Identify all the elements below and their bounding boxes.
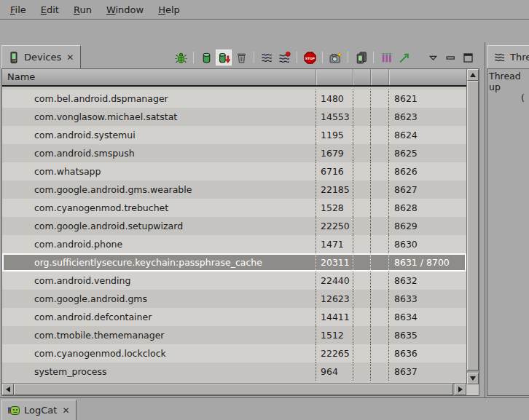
table-row-selected[interactable]: org.sufficientlysecure.keychain:passphra… [2,253,466,272]
menu-file[interactable]: File [3,2,34,17]
stop-process-icon[interactable]: STOP [302,49,318,66]
cell-port: 8624 [388,126,466,144]
tab-devices-close-icon[interactable]: ✕ [66,52,74,63]
table-row[interactable]: com.android.smspush16798625 [2,144,466,162]
threads-message-line2: ( [489,92,529,103]
cell-pid: 964 [316,362,353,381]
toolbar-separator [322,52,323,63]
cell-name: com.vonglasow.michael.satstat [2,108,316,126]
scroll-left-button[interactable] [2,384,14,395]
horizontal-scroll-thumb[interactable] [14,384,453,395]
tab-threads-label: Threads [510,52,529,63]
cell-pid: 22440 [316,272,353,290]
scroll-right-button[interactable] [455,384,466,395]
cell-pid: 22185 [316,181,353,199]
column-header-name[interactable]: Name [2,69,316,85]
opengl-trace-icon[interactable] [396,49,412,66]
table-row[interactable]: com.android.systemui11958624 [2,126,466,144]
column-header-port[interactable] [388,69,466,85]
tab-threads[interactable]: Threads [487,45,529,68]
cell-name: com.cyanogenmod.lockclock [2,344,316,362]
cell-c4 [370,255,388,270]
scroll-up-button[interactable] [467,69,479,81]
devices-toolbar: STOP [172,49,477,66]
column-header-pid[interactable] [316,69,353,85]
heap-update-icon[interactable] [198,49,214,66]
debug-icon[interactable] [173,49,189,66]
table-row[interactable]: com.bel.android.dspmanager14808621 [2,90,466,108]
table-row[interactable]: com.google.android.gms126238633 [2,290,466,308]
cell-name: com.google.android.setupwizard [2,217,316,235]
cell-c3 [353,362,370,381]
table-row[interactable]: system_process9648637 [2,362,466,381]
threads-message: Thread up ( [487,68,529,396]
table-row[interactable]: com.tmobile.thememanager15128635 [2,326,466,344]
menu-run[interactable]: Run [66,2,99,17]
cell-c4 [370,290,388,308]
gc-icon[interactable] [233,49,249,66]
menu-edit[interactable]: Edit [34,2,66,17]
table-row[interactable]: com.vonglasow.michael.satstat145538623 [2,108,466,126]
logcat-icon [8,405,20,416]
cell-pid: 12623 [316,290,353,308]
vertical-scroll-thumb[interactable] [467,81,479,371]
cell-c3 [353,235,370,253]
menu-window[interactable]: Window [99,2,151,17]
maximize-icon[interactable] [460,49,476,66]
cell-pid: 20311 [316,255,353,270]
table-row[interactable]: com.whatsapp67168626 [2,162,466,181]
view-hierarchy-icon[interactable] [353,49,369,66]
cell-c4 [370,217,388,235]
tab-devices[interactable]: Devices ✕ [1,45,81,68]
table-row[interactable]: com.android.phone14718630 [2,235,466,253]
devices-tabbar: Devices ✕ STOP [0,42,481,68]
cell-name: com.google.android.gms.wearable [2,181,316,199]
cell-port: 8627 [388,181,466,199]
cell-c3 [353,162,370,181]
cell-port: 8626 [388,162,466,181]
table-row[interactable]: com.android.defcontainer144118634 [2,308,466,326]
cell-name: com.android.defcontainer [2,308,316,326]
cell-pid: 1471 [316,235,353,253]
column-header-3[interactable] [353,69,370,85]
cell-name: com.cyanogenmod.trebuchet [2,199,316,217]
horizontal-scrollbar[interactable] [2,383,466,395]
devices-view: Devices ✕ STOP Name com.bel.android.dspm… [0,42,481,397]
toolbar-separator [348,52,348,63]
cell-c3 [353,181,370,199]
hprof-dump-icon[interactable] [216,49,232,66]
vertical-scrollbar[interactable] [466,69,479,384]
threads-message-line1: Thread up [489,71,529,92]
update-threads-icon[interactable] [259,49,275,66]
cell-pid: 1679 [316,144,353,162]
systrace-icon[interactable] [378,49,394,66]
view-menu-icon[interactable] [425,49,441,66]
cell-port: 8634 [388,308,466,326]
cell-pid: 22265 [316,344,353,362]
column-header-4[interactable] [370,69,388,85]
cell-port: 8633 [388,290,466,308]
method-profiling-icon[interactable] [276,49,292,66]
cell-c3 [353,108,370,126]
up-arrow-icon [470,73,476,77]
menu-help[interactable]: Help [151,2,187,17]
tab-logcat-close-icon[interactable]: ✕ [61,405,70,416]
cell-c3 [353,217,370,235]
minimize-icon[interactable] [442,49,458,66]
cell-c3 [353,199,370,217]
table-row[interactable]: com.cyanogenmod.lockclock222658636 [2,344,466,362]
table-row[interactable]: com.cyanogenmod.trebuchet15288628 [2,199,466,217]
cell-port: 8636 [388,344,466,362]
table-row[interactable]: com.android.vending224408632 [2,272,466,290]
toolbar-separator [193,52,194,63]
svg-text:STOP: STOP [305,56,315,60]
table-row[interactable]: com.google.android.gms.wearable221858627 [2,181,466,199]
tab-logcat[interactable]: LogCat ✕ [1,400,77,420]
cell-c3 [353,290,370,308]
scroll-down-button[interactable] [467,373,479,384]
down-arrow-icon [470,376,476,381]
table-row[interactable]: com.google.android.setupwizard222508629 [2,217,466,235]
screen-capture-icon[interactable] [327,49,343,66]
cell-name: com.android.vending [2,272,316,290]
cell-pid: 1528 [316,199,353,217]
